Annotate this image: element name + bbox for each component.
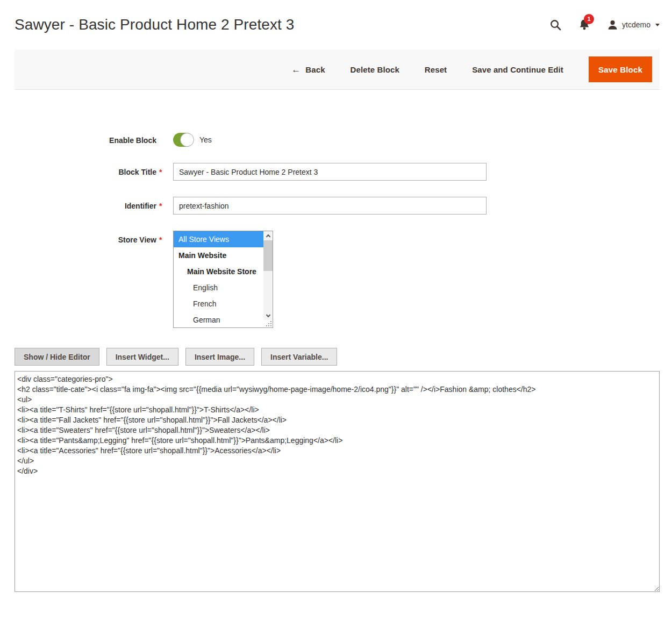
required-asterisk: * [159,202,164,210]
chevron-up-icon [266,234,270,239]
arrow-left-icon: ← [291,65,301,74]
back-button[interactable]: ← Back [291,65,325,74]
insert-variable-button[interactable]: Insert Variable... [261,348,337,366]
account-menu[interactable]: ytcdemo [607,19,660,31]
required-asterisk: * [159,168,164,176]
scrollbar-track[interactable] [263,271,273,311]
store-view-option-main-website-store[interactable]: Main Website Store [174,263,263,280]
enable-block-value: Yes [199,135,212,144]
store-view-option-german[interactable]: German [174,312,263,327]
store-view-options: All Store Views Main Website Main Websit… [174,231,263,327]
store-view-row: Store View* All Store Views Main Website… [15,231,672,328]
page-header: Sawyer - Basic Product Home 2 Pretext 3 … [0,0,672,49]
chevron-down-icon [266,312,270,317]
block-title-row: Block Title* [15,163,672,181]
save-continue-button[interactable]: Save and Continue Edit [472,65,563,74]
store-view-label: Store View* [15,231,164,244]
page-title: Sawyer - Basic Product Home 2 Pretext 3 [15,16,295,33]
scroll-up-button[interactable] [263,231,273,240]
store-view-option-all[interactable]: All Store Views [174,231,263,247]
identifier-label: Identifier* [15,197,164,210]
search-button[interactable] [549,19,562,31]
toggle-knob [180,133,194,147]
search-icon [549,19,562,31]
identifier-input[interactable] [173,197,487,215]
block-form: Enable Block Yes Block Title* Identifier… [0,90,672,328]
enable-block-label: Enable Block [15,133,164,145]
save-block-button[interactable]: Save Block [589,56,652,82]
enable-block-row: Enable Block Yes [15,133,672,147]
scroll-down-button[interactable] [263,311,273,320]
resize-grip-icon[interactable] [263,320,273,327]
insert-image-button[interactable]: Insert Image... [185,348,254,366]
back-button-label: Back [305,65,325,74]
scrollbar-thumb[interactable] [263,240,273,271]
insert-widget-button[interactable]: Insert Widget... [106,348,178,366]
notifications-button[interactable]: 1 [578,18,591,31]
page-actions-toolbar: ← Back Delete Block Reset Save and Conti… [15,49,660,90]
cms-block-edit-page: Sawyer - Basic Product Home 2 Pretext 3 … [0,0,672,621]
delete-block-button[interactable]: Delete Block [351,65,399,74]
required-asterisk: * [159,235,164,244]
store-view-select[interactable]: All Store Views Main Website Main Websit… [173,231,273,328]
select-scrollbar[interactable] [263,231,273,327]
reset-button[interactable]: Reset [425,65,447,74]
show-hide-editor-button[interactable]: Show / Hide Editor [15,348,99,366]
header-actions: 1 ytcdemo [549,18,660,31]
enable-block-toggle[interactable] [173,133,194,147]
store-view-option-french[interactable]: French [174,296,263,312]
editor-buttons: Show / Hide Editor Insert Widget... Inse… [15,348,672,366]
block-title-label: Block Title* [15,163,164,176]
username: ytcdemo [622,20,650,29]
identifier-row: Identifier* [15,197,672,215]
notification-badge: 1 [584,14,594,24]
content-editor-textarea[interactable]: <div class="categories-pro"> <h2 class="… [15,371,660,592]
caret-down-icon [655,24,660,26]
store-view-option-english[interactable]: English [174,280,263,296]
block-title-input[interactable] [173,163,487,181]
store-view-option-main-website[interactable]: Main Website [174,247,263,263]
user-icon [607,19,618,31]
